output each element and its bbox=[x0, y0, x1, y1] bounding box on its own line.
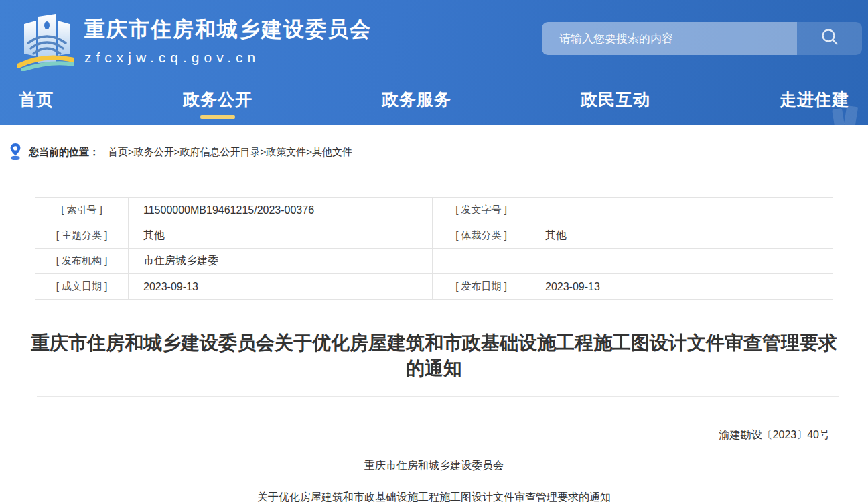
brand-block: 重庆市住房和城乡建设委员会 zfcxjw.cq.gov.cn bbox=[84, 15, 372, 66]
article-body-agency-line: 重庆市住房和城乡建设委员会 bbox=[0, 459, 868, 473]
nav-item-gov-info[interactable]: 政务公开 bbox=[183, 80, 252, 125]
nav-item-label: 政民互动 bbox=[581, 88, 650, 111]
active-tab-underline bbox=[200, 115, 235, 119]
meta-value-write-date: 2023-09-13 bbox=[129, 274, 433, 300]
meta-label-topic: [ 主题分类 ] bbox=[35, 223, 129, 249]
meta-label-write-date: [ 成文日期 ] bbox=[35, 274, 129, 300]
meta-label-pub-date: [ 发布日期 ] bbox=[433, 274, 530, 300]
nav-item-home[interactable]: 首页 bbox=[19, 80, 54, 125]
meta-value-empty bbox=[530, 249, 833, 274]
nav-item-interaction[interactable]: 政民互动 bbox=[581, 80, 650, 125]
nav-item-label: 政务公开 bbox=[183, 88, 252, 111]
search-icon bbox=[819, 27, 841, 50]
meta-value-pub-date: 2023-09-13 bbox=[530, 274, 833, 300]
site-title: 重庆市住房和城乡建设委员会 bbox=[84, 15, 372, 44]
breadcrumb: 您当前的位置： 首页>政务公开>政府信息公开目录>政策文件>其他文件 bbox=[9, 143, 868, 161]
search-input[interactable] bbox=[542, 22, 797, 55]
nav-item-gov-services[interactable]: 政务服务 bbox=[382, 80, 451, 125]
meta-label-genre: [ 体裁分类 ] bbox=[433, 223, 530, 249]
meta-value-topic: 其他 bbox=[129, 223, 433, 249]
table-row: [ 索引号 ] 11500000MB19461215/2023-00376 [ … bbox=[35, 198, 833, 223]
nav-item-label: 首页 bbox=[19, 88, 54, 111]
title-divider bbox=[37, 396, 839, 397]
meta-value-index-no: 11500000MB19461215/2023-00376 bbox=[129, 198, 433, 223]
meta-label-empty bbox=[433, 249, 530, 274]
meta-label-doc-no: [ 发文字号 ] bbox=[433, 198, 530, 223]
breadcrumb-label: 您当前的位置： bbox=[29, 146, 99, 159]
site-logo-icon bbox=[17, 7, 74, 74]
table-row: [ 发布机构 ] 市住房城乡建委 bbox=[35, 249, 833, 274]
table-row: [ 成文日期 ] 2023-09-13 [ 发布日期 ] 2023-09-13 bbox=[35, 274, 833, 300]
table-row: [ 主题分类 ] 其他 [ 体裁分类 ] 其他 bbox=[35, 223, 833, 249]
article-body-subject-line: 关于优化房屋建筑和市政基础设施工程施工图设计文件审查管理要求的通知 bbox=[0, 491, 868, 502]
site-url: zfcxjw.cq.gov.cn bbox=[84, 50, 372, 66]
search-button[interactable] bbox=[797, 22, 862, 55]
search-bar bbox=[542, 22, 862, 55]
meta-label-publisher: [ 发布机构 ] bbox=[35, 249, 129, 274]
page-title: 重庆市住房和城乡建设委员会关于优化房屋建筑和市政基础设施工程施工图设计文件审查管… bbox=[0, 330, 868, 381]
location-pin-icon bbox=[9, 143, 21, 162]
building-watermark-icon bbox=[830, 101, 860, 125]
meta-value-genre: 其他 bbox=[530, 223, 833, 249]
meta-value-publisher: 市住房城乡建委 bbox=[129, 249, 433, 274]
topbar: 重庆市住房和城乡建设委员会 zfcxjw.cq.gov.cn 首页 政务公开 bbox=[0, 0, 868, 125]
document-meta-table: [ 索引号 ] 11500000MB19461215/2023-00376 [ … bbox=[35, 197, 833, 300]
nav-item-label: 政务服务 bbox=[382, 88, 451, 111]
main-nav: 首页 政务公开 政务服务 政民互动 走进住建 bbox=[0, 80, 868, 125]
breadcrumb-trail[interactable]: 首页>政务公开>政府信息公开目录>政策文件>其他文件 bbox=[108, 146, 352, 159]
meta-label-index-no: [ 索引号 ] bbox=[35, 198, 129, 223]
document-number: 渝建勘设〔2023〕40号 bbox=[0, 428, 868, 442]
site-header: 重庆市住房和城乡建设委员会 zfcxjw.cq.gov.cn bbox=[0, 0, 868, 80]
meta-value-doc-no bbox=[530, 198, 833, 223]
